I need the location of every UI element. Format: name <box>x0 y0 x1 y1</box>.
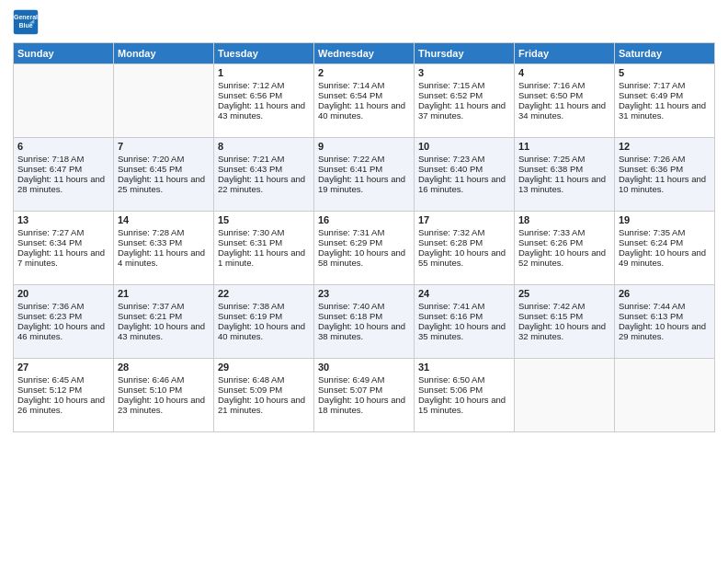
calendar-cell <box>114 64 214 138</box>
daylight: Daylight: 11 hours and 19 minutes. <box>318 174 405 194</box>
sunrise: Sunrise: 7:22 AM <box>318 154 384 164</box>
sunrise: Sunrise: 7:27 AM <box>17 227 84 237</box>
sunrise: Sunrise: 7:32 AM <box>418 227 484 237</box>
daylight: Daylight: 11 hours and 13 minutes. <box>518 174 606 194</box>
day-number: 29 <box>218 362 310 373</box>
calendar-cell: 8Sunrise: 7:21 AMSunset: 6:43 PMDaylight… <box>214 138 314 212</box>
calendar-cell: 10Sunrise: 7:23 AMSunset: 6:40 PMDayligh… <box>415 138 515 212</box>
sunrise: Sunrise: 7:35 AM <box>619 227 685 237</box>
col-header-saturday: Saturday <box>615 43 715 64</box>
calendar-cell: 13Sunrise: 7:27 AMSunset: 6:34 PMDayligh… <box>14 212 114 285</box>
sunset: Sunset: 6:21 PM <box>118 311 182 321</box>
week-row-1: 6Sunrise: 7:18 AMSunset: 6:47 PMDaylight… <box>14 138 715 212</box>
calendar-cell <box>515 359 615 432</box>
daylight: Daylight: 10 hours and 15 minutes. <box>418 395 506 415</box>
calendar-cell: 1Sunrise: 7:12 AMSunset: 6:56 PMDaylight… <box>214 64 314 138</box>
daylight: Daylight: 10 hours and 49 minutes. <box>619 247 706 268</box>
day-number: 13 <box>17 214 109 225</box>
day-number: 4 <box>518 67 610 78</box>
daylight: Daylight: 10 hours and 40 minutes. <box>218 321 305 341</box>
daylight: Daylight: 10 hours and 52 minutes. <box>518 247 606 268</box>
day-number: 25 <box>518 288 610 299</box>
day-number: 18 <box>518 214 610 225</box>
day-number: 19 <box>619 214 711 225</box>
calendar-cell <box>14 64 114 138</box>
sunrise: Sunrise: 6:48 AM <box>218 374 284 385</box>
logo: General Blue <box>13 9 40 35</box>
daylight: Daylight: 11 hours and 25 minutes. <box>118 174 205 194</box>
day-number: 2 <box>318 67 410 78</box>
sunset: Sunset: 5:12 PM <box>17 385 82 395</box>
sunset: Sunset: 6:33 PM <box>118 237 182 247</box>
sunset: Sunset: 6:43 PM <box>218 164 282 174</box>
calendar-cell: 30Sunrise: 6:49 AMSunset: 5:07 PMDayligh… <box>314 359 415 432</box>
sunrise: Sunrise: 6:49 AM <box>318 374 384 385</box>
sunrise: Sunrise: 7:33 AM <box>518 227 585 237</box>
day-number: 30 <box>318 362 410 373</box>
day-number: 3 <box>418 67 510 78</box>
day-number: 17 <box>418 214 510 225</box>
calendar-cell: 28Sunrise: 6:46 AMSunset: 5:10 PMDayligh… <box>114 359 214 432</box>
daylight: Daylight: 11 hours and 31 minutes. <box>619 100 706 121</box>
sunrise: Sunrise: 7:38 AM <box>218 301 284 311</box>
sunrise: Sunrise: 7:20 AM <box>118 154 184 164</box>
calendar-cell: 15Sunrise: 7:30 AMSunset: 6:31 PMDayligh… <box>214 212 314 285</box>
day-number: 16 <box>318 214 410 225</box>
col-header-monday: Monday <box>114 43 214 64</box>
daylight: Daylight: 11 hours and 37 minutes. <box>418 100 506 121</box>
calendar-cell: 5Sunrise: 7:17 AMSunset: 6:49 PMDaylight… <box>615 64 715 138</box>
calendar-cell: 29Sunrise: 6:48 AMSunset: 5:09 PMDayligh… <box>214 359 314 432</box>
daylight: Daylight: 10 hours and 23 minutes. <box>118 395 205 415</box>
sunset: Sunset: 6:40 PM <box>418 164 483 174</box>
header-row: SundayMondayTuesdayWednesdayThursdayFrid… <box>14 43 715 64</box>
daylight: Daylight: 11 hours and 16 minutes. <box>418 174 506 194</box>
sunset: Sunset: 6:36 PM <box>619 164 683 174</box>
sunset: Sunset: 6:56 PM <box>218 90 282 100</box>
sunset: Sunset: 5:07 PM <box>318 385 382 395</box>
day-number: 5 <box>619 67 711 78</box>
sunrise: Sunrise: 7:42 AM <box>518 301 585 311</box>
day-number: 26 <box>619 288 711 299</box>
daylight: Daylight: 10 hours and 21 minutes. <box>218 395 305 415</box>
calendar-cell: 3Sunrise: 7:15 AMSunset: 6:52 PMDaylight… <box>415 64 515 138</box>
col-header-wednesday: Wednesday <box>314 43 415 64</box>
calendar-cell: 6Sunrise: 7:18 AMSunset: 6:47 PMDaylight… <box>14 138 114 212</box>
daylight: Daylight: 11 hours and 34 minutes. <box>518 100 606 121</box>
daylight: Daylight: 11 hours and 28 minutes. <box>17 174 105 194</box>
logo-icon: General Blue <box>13 9 39 35</box>
sunrise: Sunrise: 7:36 AM <box>17 301 84 311</box>
day-number: 22 <box>218 288 310 299</box>
day-number: 27 <box>17 362 109 373</box>
sunset: Sunset: 5:06 PM <box>418 385 483 395</box>
daylight: Daylight: 10 hours and 26 minutes. <box>17 395 105 415</box>
sunrise: Sunrise: 7:28 AM <box>118 227 184 237</box>
calendar-cell: 24Sunrise: 7:41 AMSunset: 6:16 PMDayligh… <box>415 285 515 359</box>
day-number: 8 <box>218 141 310 152</box>
sunset: Sunset: 6:45 PM <box>118 164 182 174</box>
daylight: Daylight: 11 hours and 40 minutes. <box>318 100 405 121</box>
day-number: 24 <box>418 288 510 299</box>
sunset: Sunset: 6:18 PM <box>318 311 382 321</box>
day-number: 6 <box>17 141 109 152</box>
sunrise: Sunrise: 7:15 AM <box>418 80 484 90</box>
sunrise: Sunrise: 7:23 AM <box>418 154 484 164</box>
daylight: Daylight: 10 hours and 58 minutes. <box>318 247 405 268</box>
sunrise: Sunrise: 7:30 AM <box>218 227 284 237</box>
calendar-cell: 21Sunrise: 7:37 AMSunset: 6:21 PMDayligh… <box>114 285 214 359</box>
week-row-2: 13Sunrise: 7:27 AMSunset: 6:34 PMDayligh… <box>14 212 715 285</box>
daylight: Daylight: 11 hours and 7 minutes. <box>17 247 105 268</box>
calendar-cell: 22Sunrise: 7:38 AMSunset: 6:19 PMDayligh… <box>214 285 314 359</box>
sunset: Sunset: 6:19 PM <box>218 311 282 321</box>
week-row-4: 27Sunrise: 6:45 AMSunset: 5:12 PMDayligh… <box>14 359 715 432</box>
daylight: Daylight: 11 hours and 4 minutes. <box>118 247 205 268</box>
day-number: 21 <box>118 288 210 299</box>
col-header-friday: Friday <box>515 43 615 64</box>
sunrise: Sunrise: 7:41 AM <box>418 301 484 311</box>
sunset: Sunset: 6:26 PM <box>518 237 583 247</box>
sunrise: Sunrise: 7:37 AM <box>118 301 184 311</box>
sunset: Sunset: 6:38 PM <box>518 164 583 174</box>
calendar-cell: 11Sunrise: 7:25 AMSunset: 6:38 PMDayligh… <box>515 138 615 212</box>
day-number: 23 <box>318 288 410 299</box>
sunset: Sunset: 6:24 PM <box>619 237 683 247</box>
sunset: Sunset: 6:41 PM <box>318 164 382 174</box>
